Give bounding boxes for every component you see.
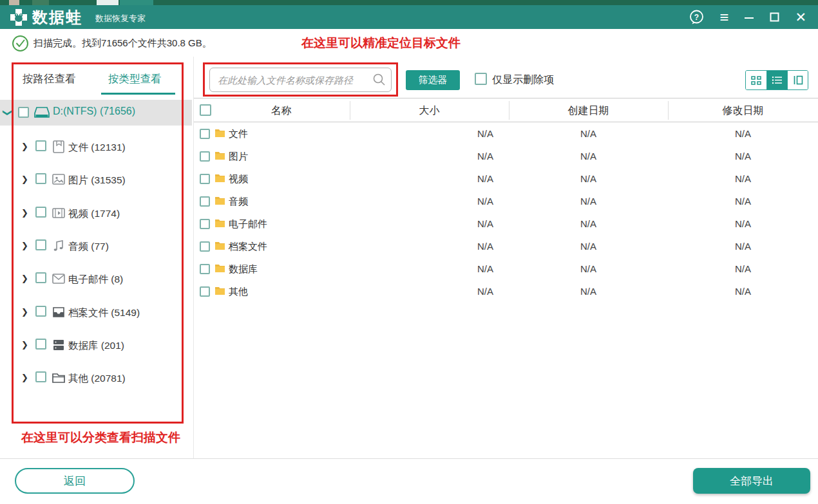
chevron-right-icon[interactable]: ❯	[21, 174, 28, 184]
mail-icon	[52, 272, 66, 286]
row-checkbox[interactable]	[200, 264, 210, 274]
chevron-right-icon[interactable]: ❯	[21, 274, 28, 283]
list-view-button[interactable]	[766, 71, 787, 89]
sidebar-tree-item[interactable]: ❯档案文件 (5149)	[0, 303, 192, 322]
drive-icon	[34, 106, 50, 120]
row-checkbox[interactable]	[200, 151, 210, 162]
table-row[interactable]: 文件N/AN/AN/A	[194, 123, 818, 145]
column-header-size[interactable]: 大小	[350, 104, 509, 118]
column-separator	[509, 101, 509, 120]
filter-button[interactable]: 筛选器	[406, 70, 460, 90]
cell-created: N/A	[509, 286, 668, 297]
tree-item-label: 音频 (77)	[68, 240, 109, 254]
column-view-button[interactable]	[787, 71, 808, 89]
tab-view-by-path[interactable]: 按路径查看	[23, 72, 76, 86]
chevron-right-icon[interactable]: ❯	[21, 142, 28, 151]
cell-created: N/A	[509, 173, 668, 184]
grid-view-button[interactable]	[746, 71, 766, 89]
tree-item-checkbox[interactable]	[35, 371, 46, 382]
column-header-name[interactable]: 名称	[213, 104, 350, 118]
column-view-icon	[793, 75, 803, 85]
cell-name: 视频	[229, 173, 248, 185]
table-row[interactable]: 其他N/AN/AN/A	[194, 281, 818, 303]
tree-item-checkbox[interactable]	[35, 207, 46, 218]
footer-bar: 返回 全部导出	[0, 458, 818, 504]
chevron-right-icon[interactable]: ❯	[21, 241, 28, 250]
chevron-right-icon[interactable]: ❯	[21, 373, 28, 382]
cell-created: N/A	[509, 196, 668, 207]
maximize-icon[interactable]	[770, 12, 779, 22]
sidebar-tree-item[interactable]: ❯文件 (12131)	[0, 137, 192, 156]
tree-item-checkbox[interactable]	[35, 339, 46, 350]
audio-icon	[52, 239, 66, 253]
drive-checkbox[interactable]	[18, 107, 29, 118]
cell-name: 电子邮件	[229, 218, 267, 230]
annotation-search-hint: 在这里可以精准定位目标文件	[301, 35, 461, 51]
export-all-button[interactable]: 全部导出	[693, 468, 810, 494]
search-input[interactable]	[209, 68, 392, 92]
tree-item-label: 电子邮件 (8)	[68, 273, 123, 286]
column-header-modified[interactable]: 修改日期	[668, 104, 818, 118]
cell-size: N/A	[350, 151, 493, 162]
svg-text:?: ?	[694, 13, 699, 22]
sidebar-tree-item[interactable]: ❯音频 (77)	[0, 236, 192, 256]
column-header-created[interactable]: 创建日期	[509, 104, 668, 118]
cell-size: N/A	[350, 173, 493, 184]
tree-item-label: 图片 (31535)	[68, 174, 126, 187]
folder-icon	[214, 128, 225, 138]
app-window: 数据蛙 数据恢复专家 ? ≡ ✕ 扫描完成。找到71656个文件共30.8 GB…	[0, 0, 818, 504]
sidebar-tree-item[interactable]: ❯图片 (31535)	[0, 170, 192, 189]
minimize-icon[interactable]	[744, 12, 754, 23]
cell-size: N/A	[350, 128, 493, 139]
table-row[interactable]: 档案文件N/AN/AN/A	[194, 236, 818, 258]
cell-modified: N/A	[668, 196, 818, 207]
row-checkbox[interactable]	[200, 219, 210, 229]
table-row[interactable]: 视频N/AN/AN/A	[194, 168, 818, 191]
tree-item-checkbox[interactable]	[35, 272, 46, 283]
show-deleted-only-checkbox[interactable]	[475, 73, 487, 85]
row-checkbox[interactable]	[200, 196, 210, 207]
row-checkbox[interactable]	[200, 286, 210, 297]
tab-view-by-type[interactable]: 按类型查看	[108, 72, 162, 86]
search-icon[interactable]	[372, 73, 386, 86]
close-icon[interactable]: ✕	[795, 10, 806, 24]
sidebar-tree-item[interactable]: ❯电子邮件 (8)	[0, 269, 192, 288]
tree-item-label: 其他 (20781)	[68, 372, 126, 386]
sidebar-tree-item[interactable]: ❯其他 (20781)	[0, 368, 192, 387]
cell-size: N/A	[350, 263, 493, 274]
document-icon	[52, 140, 66, 154]
cell-modified: N/A	[668, 286, 818, 297]
select-all-checkbox[interactable]	[200, 104, 211, 116]
show-deleted-only-label: 仅显示删除项	[492, 73, 554, 87]
tree-item-checkbox[interactable]	[35, 239, 46, 250]
tree-item-checkbox[interactable]	[35, 306, 46, 317]
window-top-edge	[0, 0, 818, 5]
tree-root-drive-row[interactable]: ❯ D:(NTFS) (71656)	[0, 100, 192, 126]
help-icon[interactable]: ?	[689, 10, 704, 24]
chevron-right-icon[interactable]: ❯	[21, 340, 28, 350]
cell-created: N/A	[509, 263, 668, 274]
sidebar-tree-item[interactable]: ❯数据库 (201)	[0, 335, 192, 355]
back-button[interactable]: 返回	[15, 468, 135, 494]
cell-size: N/A	[350, 241, 493, 252]
row-checkbox[interactable]	[200, 129, 210, 139]
cell-name: 数据库	[229, 263, 258, 275]
video-icon	[52, 206, 66, 220]
table-row[interactable]: 音频N/AN/AN/A	[194, 191, 818, 213]
table-row[interactable]: 数据库N/AN/AN/A	[194, 258, 818, 281]
tree-item-checkbox[interactable]	[35, 173, 46, 184]
chevron-right-icon[interactable]: ❯	[21, 307, 28, 317]
chevron-right-icon[interactable]: ❯	[21, 208, 28, 218]
app-subtitle: 数据恢复专家	[95, 13, 146, 24]
menu-icon[interactable]: ≡	[719, 10, 728, 25]
table-row[interactable]: 电子邮件N/AN/AN/A	[194, 213, 818, 236]
artifact	[32, 0, 49, 5]
sidebar-tree-item[interactable]: ❯视频 (1774)	[0, 203, 192, 223]
chevron-down-icon[interactable]: ❯	[3, 109, 13, 117]
row-checkbox[interactable]	[200, 241, 210, 252]
table-row[interactable]: 图片N/AN/AN/A	[194, 145, 818, 168]
scan-status-text: 扫描完成。找到71656个文件共30.8 GB。	[33, 37, 212, 50]
tree-item-checkbox[interactable]	[35, 140, 46, 151]
cell-modified: N/A	[668, 128, 818, 139]
row-checkbox[interactable]	[200, 174, 210, 184]
